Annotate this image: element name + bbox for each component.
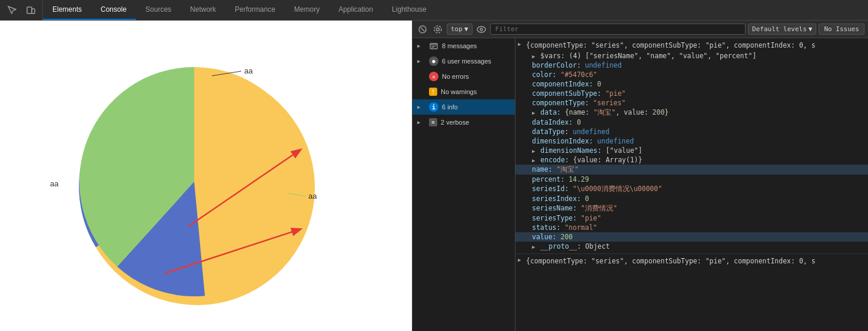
top-dropdown[interactable]: top ▼ (447, 24, 473, 35)
console-body: ▶ 8 messages ▶ ● (413, 38, 868, 331)
encode-line[interactable]: ▶ encode: {value: Array(1)} (516, 155, 868, 165)
svg-point-12 (480, 28, 483, 31)
settings-icon[interactable] (431, 23, 444, 36)
error-icon: ✕ (429, 72, 438, 81)
tab-memory[interactable]: Memory (285, 0, 329, 20)
expand-arrow-first[interactable]: ▶ (518, 41, 525, 47)
sidebar-item-errors[interactable]: ▶ ✕ No errors (413, 69, 515, 84)
chart-label-aa-left: aa (50, 179, 59, 188)
console-text-bottom: {componentType: "series", componentSubTy… (526, 257, 816, 265)
data-type-line: dataType: undefined (516, 127, 868, 136)
console-line-bottom[interactable]: ▶ {componentType: "series", componentSub… (516, 256, 868, 267)
tab-sources[interactable]: Sources (136, 0, 181, 20)
eye-icon[interactable] (475, 23, 488, 36)
messages-icon (429, 41, 438, 51)
default-levels-dropdown[interactable]: Default levels ▼ (748, 24, 816, 35)
filter-input[interactable] (490, 24, 746, 35)
series-name-line: seriesName: "消费情况" (516, 203, 868, 213)
expand-arrow-messages: ▶ (417, 43, 424, 49)
name-line: name: "淘宝" (516, 165, 868, 175)
svg-line-8 (421, 28, 424, 31)
sidebar-item-user-messages[interactable]: ▶ ● 6 user messages (413, 54, 515, 69)
component-type-line: componentType: "series" (516, 98, 868, 108)
data-line[interactable]: ▶ data: {name: "淘宝", value: 200} (516, 108, 868, 118)
clear-console-icon[interactable] (416, 23, 429, 36)
expand-arrow-dim-names[interactable]: ▶ (532, 148, 535, 154)
border-color-line: borderColor: undefined (516, 61, 868, 70)
series-id-line: seriesId: "\u0000消费情况\u00000" (516, 184, 868, 194)
no-issues-button[interactable]: No Issues (819, 24, 864, 35)
expand-arrow-bottom[interactable]: ▶ (518, 257, 525, 263)
console-output[interactable]: ▶ {componentType: "series", componentSub… (516, 38, 868, 331)
sidebar-item-verbose[interactable]: ▶ ≡ 2 verbose (413, 115, 515, 130)
vars-line[interactable]: ▶ $vars: (4) ["seriesName", "name", "val… (516, 51, 868, 61)
proto-line[interactable]: ▶ __proto__: Object (516, 242, 868, 251)
verbose-icon: ≡ (429, 118, 437, 126)
tab-console[interactable]: Console (91, 0, 136, 20)
console-toolbar: top ▼ Default levels ▼ No Issues (413, 21, 868, 38)
svg-point-9 (437, 28, 440, 31)
sidebar-item-warnings[interactable]: ▶ ! No warnings (413, 84, 515, 99)
expand-arrow-user: ▶ (417, 58, 424, 64)
console-panel: top ▼ Default levels ▼ No Issues (412, 21, 868, 331)
data-index-line: dataIndex: 0 (516, 118, 868, 127)
tab-application[interactable]: Application (329, 0, 383, 20)
devtools-toolbar: Elements Console Sources Network Perform… (0, 0, 868, 21)
series-type-line: seriesType: "pie" (516, 213, 868, 223)
warning-icon: ! (429, 88, 437, 96)
svg-rect-1 (32, 9, 35, 14)
main-content: aa aa aa (0, 21, 868, 331)
console-line-first[interactable]: ▶ {componentType: "series", componentSub… (516, 41, 868, 51)
expand-arrow-info: ▶ (417, 104, 424, 110)
series-index-line: seriesIndex: 0 (516, 194, 868, 203)
percent-line: percent: 14.29 (516, 175, 868, 184)
svg-point-11 (477, 26, 485, 32)
expand-arrow-proto[interactable]: ▶ (532, 244, 535, 250)
console-text-first: {componentType: "series", componentSubTy… (526, 41, 816, 49)
component-index-line: componentIndex: 0 (516, 79, 868, 89)
tab-elements[interactable]: Elements (43, 0, 91, 20)
tab-performance[interactable]: Performance (225, 0, 285, 20)
component-sub-type-line: componentSubType: "pie" (516, 89, 868, 98)
svg-rect-0 (27, 7, 32, 14)
expand-arrow-verbose: ▶ (417, 119, 424, 125)
device-icon[interactable] (24, 3, 38, 17)
sidebar-item-messages[interactable]: ▶ 8 messages (413, 38, 515, 54)
info-icon: i (429, 102, 438, 112)
dimension-index-line: dimensionIndex: undefined (516, 136, 868, 146)
status-line: status: "normal" (516, 223, 868, 232)
svg-point-10 (434, 26, 441, 33)
expand-arrow-encode[interactable]: ▶ (532, 158, 535, 163)
tab-network[interactable]: Network (181, 0, 225, 20)
color-line: color: "#5470c6" (516, 70, 868, 79)
vars-text: $vars: (4) ["seriesName", "name", "value… (540, 52, 756, 60)
chart-label-aa-top: aa (244, 66, 253, 75)
pie-chart: aa aa aa (18, 29, 394, 323)
expand-arrow-data[interactable]: ▶ (532, 110, 535, 116)
console-sidebar: ▶ 8 messages ▶ ● (413, 38, 516, 331)
separator (516, 253, 868, 254)
chart-area: aa aa aa (0, 21, 412, 331)
expand-arrow-vars[interactable]: ▶ (532, 54, 535, 59)
value-line: value: 200 (516, 232, 868, 242)
sidebar-item-info[interactable]: ▶ i 6 info (413, 99, 515, 115)
inspect-icon[interactable] (5, 3, 19, 17)
chart-label-aa-right: aa (308, 192, 317, 200)
tab-lighthouse[interactable]: Lighthouse (383, 0, 436, 20)
dimension-names-line[interactable]: ▶ dimensionNames: ["value"] (516, 146, 868, 155)
user-icon: ● (429, 56, 438, 66)
